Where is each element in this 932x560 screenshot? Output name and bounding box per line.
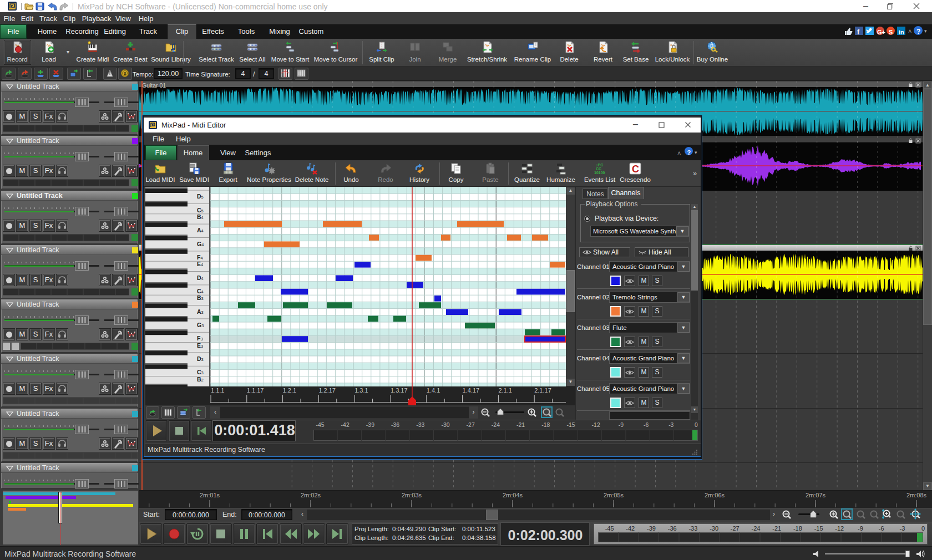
- svg-text:♪PC: ♪PC: [596, 163, 603, 167]
- svg-text:3: 3: [124, 71, 126, 76]
- svg-text:CC: CC: [596, 167, 601, 171]
- svg-text:C: C: [632, 164, 639, 175]
- svg-text:10100: 10100: [594, 171, 605, 175]
